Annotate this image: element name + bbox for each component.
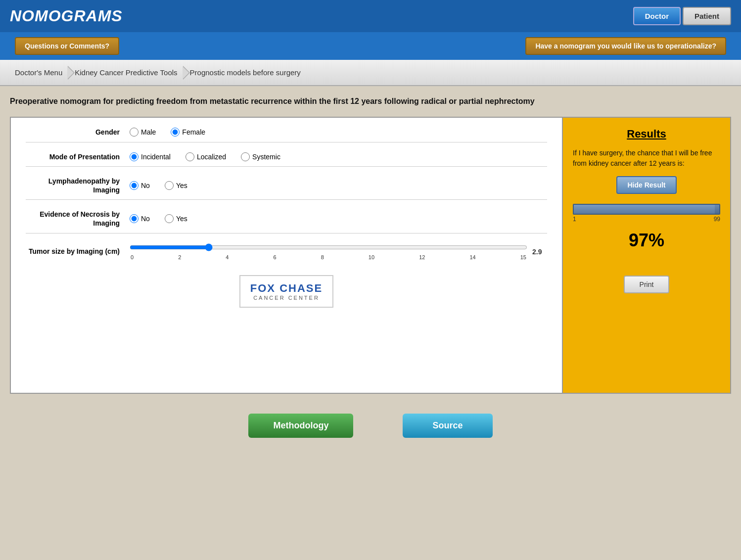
fox-chase-line2: CANCER CENTER (253, 295, 320, 301)
tick-4: 4 (226, 254, 229, 260)
lymph-no-label: No (141, 182, 150, 189)
necrosis-yes-radio[interactable] (165, 214, 174, 223)
lymph-no-option[interactable]: No (130, 181, 150, 190)
gender-male-option[interactable]: Male (130, 128, 156, 137)
slider-wrapper: 0 2 4 6 8 10 12 14 15 (130, 243, 527, 260)
tumor-label: Tumor size by Imaging (cm) (26, 247, 120, 256)
tick-2: 2 (178, 254, 181, 260)
result-percent: 97% (629, 230, 664, 251)
tick-14: 14 (469, 254, 475, 260)
logo: Nomograms (10, 7, 123, 25)
mode-row: Mode of Presentation Incidental Localize… (26, 152, 547, 167)
fox-chase-logo: FOX CHASE CANCER CENTER (239, 275, 333, 308)
lymph-radio-group: No Yes (130, 181, 187, 190)
tick-10: 10 (369, 254, 374, 260)
nomogram-request-button[interactable]: Have a nomogram you would like us to ope… (525, 37, 726, 55)
progress-bar-track (573, 204, 720, 215)
necrosis-radio-group: No Yes (130, 214, 187, 223)
progress-bar-container: 1 99 (573, 204, 720, 223)
main-content: Gender Male Female Mode of Presentation … (0, 112, 741, 404)
subheader: Questions or Comments? Have a nomogram y… (0, 32, 741, 60)
progress-min-label: 1 (573, 216, 576, 223)
gender-radio-group: Male Female (130, 128, 205, 137)
tumor-slider-container: 0 2 4 6 8 10 12 14 15 2.9 (130, 243, 547, 260)
gender-row: Gender Male Female (26, 128, 547, 142)
lymph-no-radio[interactable] (130, 181, 139, 190)
mode-incidental-option[interactable]: Incidental (130, 152, 171, 161)
form-panel: Gender Male Female Mode of Presentation … (10, 117, 563, 394)
patient-button[interactable]: Patient (683, 7, 731, 25)
tick-6: 6 (274, 254, 277, 260)
necrosis-yes-option[interactable]: Yes (165, 214, 187, 223)
lymph-label: Lymphadenopathy by Imaging (26, 177, 120, 194)
progress-max-label: 99 (714, 216, 720, 223)
tick-15: 15 (520, 254, 526, 260)
gender-label: Gender (26, 128, 120, 137)
necrosis-no-radio[interactable] (130, 214, 139, 223)
header: Nomograms Doctor Patient (0, 0, 741, 32)
mode-systemic-radio[interactable] (241, 152, 250, 161)
gender-female-option[interactable]: Female (171, 128, 205, 137)
doctor-button[interactable]: Doctor (633, 7, 681, 25)
source-button[interactable]: Source (403, 414, 492, 438)
slider-tick-labels: 0 2 4 6 8 10 12 14 15 (130, 254, 527, 260)
fox-chase-line1: FOX CHASE (250, 282, 323, 295)
fox-chase-logo-area: FOX CHASE CANCER CENTER (26, 275, 547, 308)
necrosis-no-option[interactable]: No (130, 214, 150, 223)
tick-0: 0 (131, 254, 134, 260)
mode-localized-option[interactable]: Localized (185, 152, 226, 161)
lymph-yes-option[interactable]: Yes (165, 181, 187, 190)
mode-systemic-label: Systemic (252, 153, 280, 161)
hide-result-button[interactable]: Hide Result (616, 176, 676, 194)
print-button[interactable]: Print (624, 276, 670, 293)
bottom-buttons: Methodology Source (0, 404, 741, 448)
results-description: If I have surgery, the chance that I wil… (573, 148, 720, 169)
results-title: Results (627, 128, 666, 140)
gender-male-radio[interactable] (130, 128, 139, 137)
results-panel: Results If I have surgery, the chance th… (563, 117, 731, 394)
gender-male-label: Male (141, 128, 156, 136)
tumor-size-slider[interactable] (130, 243, 527, 251)
necrosis-yes-label: Yes (176, 215, 187, 223)
mode-label: Mode of Presentation (26, 152, 120, 161)
necrosis-row: Evidence of Necrosis by Imaging No Yes (26, 210, 547, 233)
header-buttons: Doctor Patient (633, 7, 731, 25)
mode-incidental-label: Incidental (141, 153, 171, 161)
breadcrumb: Doctor's Menu Kidney Cancer Predictive T… (0, 60, 741, 86)
lymph-yes-label: Yes (176, 182, 187, 189)
tick-8: 8 (321, 254, 324, 260)
mode-radio-group: Incidental Localized Systemic (130, 152, 280, 161)
slider-row: 0 2 4 6 8 10 12 14 15 2.9 (130, 243, 547, 260)
mode-systemic-option[interactable]: Systemic (241, 152, 280, 161)
breadcrumb-item-doctors-menu[interactable]: Doctor's Menu (10, 66, 70, 79)
tumor-size-value: 2.9 (532, 248, 547, 256)
mode-localized-label: Localized (197, 153, 226, 161)
tumor-row: Tumor size by Imaging (cm) 0 2 4 6 8 10 … (26, 243, 547, 265)
breadcrumb-item-prognostic[interactable]: Prognostic models before surgery (185, 66, 308, 79)
necrosis-label: Evidence of Necrosis by Imaging (26, 210, 120, 228)
gender-female-radio[interactable] (171, 128, 180, 137)
mode-incidental-radio[interactable] (130, 152, 139, 161)
mode-localized-radio[interactable] (185, 152, 194, 161)
tick-12: 12 (419, 254, 425, 260)
lymph-yes-radio[interactable] (165, 181, 174, 190)
lymph-row: Lymphadenopathy by Imaging No Yes (26, 177, 547, 200)
page-title: Preoperative nomogram for predicting fre… (0, 86, 741, 112)
breadcrumb-item-kidney-cancer[interactable]: Kidney Cancer Predictive Tools (70, 66, 185, 79)
gender-female-label: Female (182, 128, 205, 136)
necrosis-no-label: No (141, 215, 150, 223)
methodology-button[interactable]: Methodology (248, 414, 353, 438)
questions-button[interactable]: Questions or Comments? (15, 37, 119, 55)
